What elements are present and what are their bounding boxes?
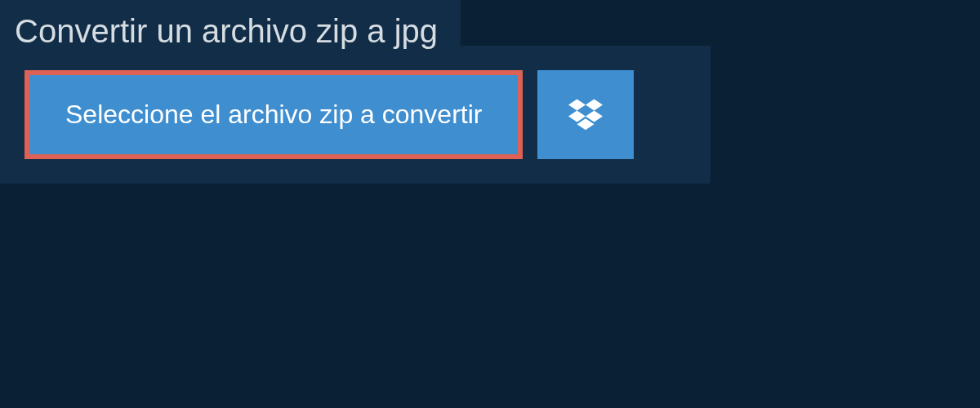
select-file-button[interactable]: Seleccione el archivo zip a convertir: [29, 75, 518, 154]
dropbox-button[interactable]: [537, 70, 634, 159]
dropbox-icon: [568, 96, 603, 133]
select-file-highlight: Seleccione el archivo zip a convertir: [24, 70, 523, 159]
converter-panel: Convertir un archivo zip a jpg Seleccion…: [0, 46, 710, 184]
page-title: Convertir un archivo zip a jpg: [0, 0, 461, 64]
action-row: Seleccione el archivo zip a convertir: [0, 46, 710, 184]
